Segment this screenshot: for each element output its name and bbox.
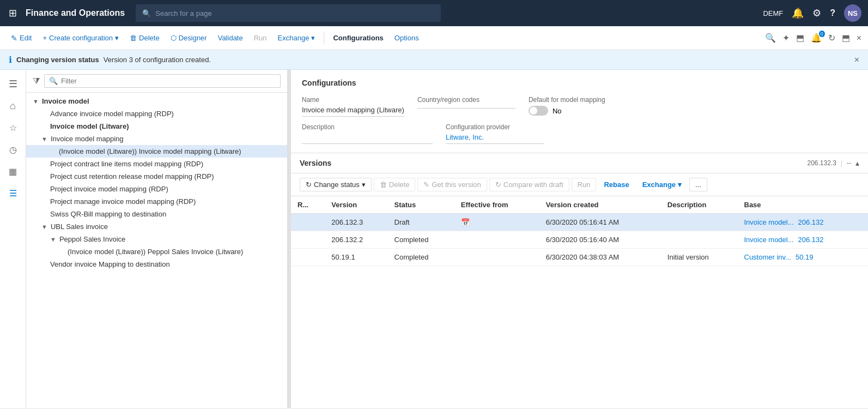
- get-this-version-button[interactable]: ✎ Get this version: [417, 178, 487, 191]
- toggle-group: No: [529, 106, 605, 116]
- base-link[interactable]: Invoice model...: [744, 218, 794, 226]
- plus-icon: +: [43, 34, 47, 42]
- side-favorites-icon[interactable]: ☆: [3, 118, 23, 137]
- tree-item[interactable]: Invoice model (Litware): [26, 120, 287, 133]
- filter-input-wrapper[interactable]: 🔍: [44, 74, 281, 88]
- options-button[interactable]: Options: [390, 32, 423, 44]
- table-column-header: Base: [738, 196, 869, 214]
- collapse-icon[interactable]: ⬒: [842, 33, 850, 43]
- notification-close-button[interactable]: ×: [854, 55, 859, 65]
- grid-icon[interactable]: ⊞: [7, 5, 19, 21]
- default-mapping-toggle[interactable]: [529, 106, 548, 116]
- versions-delete-button[interactable]: 🗑 Delete: [374, 178, 416, 191]
- username-label: DEMF: [763, 9, 783, 17]
- description-field: Description: [302, 123, 433, 144]
- table-row[interactable]: 206.132.2Completed6/30/2020 05:16:40 AMI…: [291, 231, 868, 249]
- gear-icon[interactable]: ⚙: [812, 7, 821, 19]
- side-workspaces-icon[interactable]: ▦: [3, 161, 23, 181]
- rebase-button[interactable]: Rebase: [598, 178, 634, 191]
- table-cell[interactable]: Invoice model...206.132: [738, 231, 869, 249]
- table-column-header: Description: [661, 196, 738, 214]
- personalize-icon[interactable]: ✦: [782, 33, 790, 43]
- provider-value[interactable]: Litware, Inc.: [446, 133, 544, 144]
- tree-item[interactable]: ▼Peppol Sales Invoice: [26, 233, 287, 245]
- search-bar[interactable]: 🔍: [136, 4, 441, 22]
- versions-exchange-button[interactable]: Exchange ▾: [637, 178, 687, 191]
- tree-item[interactable]: Swiss QR-Bill mapping to destination: [26, 208, 287, 220]
- table-cell: [291, 231, 325, 249]
- collapse-icon[interactable]: ▼: [41, 136, 47, 142]
- table-cell: Initial version: [661, 249, 738, 266]
- table-row[interactable]: 206.132.3Draft📅6/30/2020 05:16:41 AMInvo…: [291, 214, 868, 231]
- country-value: [417, 106, 515, 109]
- table-column-header: Version created: [539, 196, 661, 214]
- base-version-link[interactable]: 50.19: [796, 253, 814, 261]
- create-configuration-button[interactable]: + Create configuration ▾: [38, 32, 123, 44]
- configurations-button[interactable]: Configurations: [329, 32, 387, 44]
- tree-filter-bar: ⧩ 🔍: [26, 70, 287, 93]
- base-link[interactable]: Customer inv...: [744, 253, 791, 261]
- table-cell: 206.132.2: [325, 231, 387, 249]
- bell-icon[interactable]: 🔔: [792, 7, 804, 19]
- collapse-icon[interactable]: ▼: [50, 236, 56, 243]
- tree-item[interactable]: Project contract line items model mappin…: [26, 158, 287, 170]
- tree-item[interactable]: Project cust retention release model map…: [26, 170, 287, 183]
- filter-input[interactable]: [61, 77, 276, 85]
- side-icons: ☰ ⌂ ☆ ◷ ▦ ☰: [0, 70, 26, 408]
- tree-item[interactable]: ▼Invoice model: [26, 95, 287, 107]
- base-version-link[interactable]: 206.132: [798, 236, 824, 244]
- exchange-button[interactable]: Exchange ▾: [274, 32, 320, 44]
- help-icon[interactable]: ?: [830, 8, 835, 18]
- table-cell: [661, 214, 738, 231]
- notification-badge-icon[interactable]: 🔔0: [811, 33, 822, 43]
- versions-table-body: 206.132.3Draft📅6/30/2020 05:16:41 AMInvo…: [291, 214, 868, 266]
- table-cell[interactable]: Invoice model...206.132: [738, 214, 869, 231]
- table-cell[interactable]: Customer inv...50.19: [738, 249, 869, 266]
- edit-icon: ✎: [11, 34, 17, 43]
- tree-item[interactable]: Project invoice model mapping (RDP): [26, 183, 287, 195]
- side-recent-icon[interactable]: ◷: [3, 140, 23, 159]
- tree-item[interactable]: (Invoice model (Litware)) Invoice model …: [26, 145, 287, 158]
- tree-item[interactable]: Advance invoice model mapping (RDP): [26, 107, 287, 120]
- tree-item[interactable]: ▼Invoice model mapping: [26, 133, 287, 145]
- table-cell: [291, 249, 325, 266]
- table-cell: Draft: [388, 214, 454, 231]
- delete-button[interactable]: 🗑 Delete: [125, 32, 164, 44]
- tree-item[interactable]: (Invoice model (Litware)) Peppol Sales I…: [26, 245, 287, 258]
- base-link[interactable]: Invoice model...: [744, 236, 794, 244]
- tree-item[interactable]: ▼UBL Sales invoice: [26, 220, 287, 233]
- avatar[interactable]: NS: [844, 4, 861, 22]
- table-row[interactable]: 50.19.1Completed6/30/2020 04:38:03 AMIni…: [291, 249, 868, 266]
- tree-item[interactable]: Project manage invoice model mapping (RD…: [26, 195, 287, 208]
- validate-button[interactable]: Validate: [214, 32, 247, 44]
- versions-section: Versions 206.132.3 | -- ▴ ↻ Change statu…: [291, 153, 868, 408]
- versions-title: Versions: [300, 159, 807, 167]
- side-menu-icon[interactable]: ☰: [3, 74, 23, 94]
- versions-collapse-icon[interactable]: ▴: [855, 159, 859, 167]
- close-toolbar-icon[interactable]: ×: [857, 33, 861, 43]
- collapse-icon[interactable]: ▼: [41, 224, 47, 230]
- run-button[interactable]: Run: [250, 32, 271, 44]
- more-options-button[interactable]: ...: [689, 178, 707, 191]
- compare-with-draft-button[interactable]: ↻ Compare with draft: [489, 178, 569, 191]
- calendar-icon[interactable]: 📅: [461, 218, 470, 226]
- tree-item[interactable]: Vendor invoice Mapping to destination: [26, 258, 287, 270]
- versions-version-meta: 206.132.3: [807, 159, 836, 167]
- designer-button[interactable]: ⬡ Designer: [166, 32, 211, 44]
- change-status-button[interactable]: ↻ Change status ▾: [300, 178, 372, 191]
- open-new-window-icon[interactable]: ⬒: [796, 33, 804, 43]
- tree-item-label: Swiss QR-Bill mapping to destination: [50, 210, 166, 218]
- edit-button[interactable]: ✎ Edit: [7, 32, 36, 45]
- side-home-icon[interactable]: ⌂: [3, 96, 23, 116]
- toolbar-search-icon[interactable]: 🔍: [765, 33, 776, 43]
- name-field: Name Invoice model mapping (Litware): [302, 96, 404, 117]
- designer-icon: ⬡: [171, 34, 177, 42]
- country-label: Country/region codes: [417, 96, 515, 104]
- side-modules-icon[interactable]: ☰: [3, 183, 23, 203]
- refresh-icon[interactable]: ↻: [828, 33, 835, 43]
- get-version-icon: ✎: [423, 181, 429, 189]
- search-input[interactable]: [155, 9, 434, 17]
- base-version-link[interactable]: 206.132: [798, 218, 824, 226]
- collapse-icon[interactable]: ▼: [33, 98, 39, 105]
- versions-run-button[interactable]: Run: [572, 178, 597, 191]
